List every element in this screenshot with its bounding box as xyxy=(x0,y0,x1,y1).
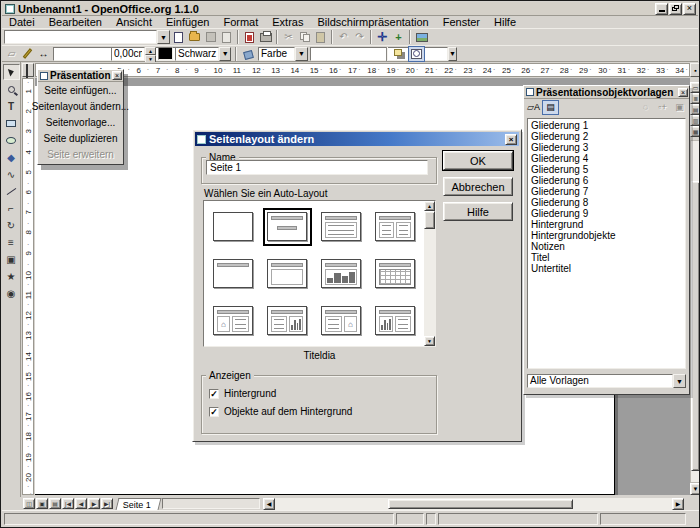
select-mode-button[interactable]: ▣ xyxy=(36,498,48,509)
new-document-icon[interactable] xyxy=(171,30,186,44)
style-item[interactable]: Gliederung 6 xyxy=(528,175,685,186)
edit-points-icon[interactable]: ▱ xyxy=(4,47,19,61)
style-item[interactable]: Hintergrundobjekte xyxy=(528,230,685,241)
line-width-input[interactable] xyxy=(111,47,145,61)
connector-icon[interactable]: ⌐ xyxy=(3,200,20,216)
ruler-origin-button[interactable] xyxy=(22,63,34,77)
layout-title-chart-content[interactable] xyxy=(371,302,420,340)
menu-item-extras[interactable]: Extras xyxy=(265,16,310,28)
insert-icon[interactable]: + xyxy=(391,30,406,44)
copy-icon[interactable] xyxy=(297,30,312,44)
fill-type-combobox[interactable]: Farbe ▼ xyxy=(258,47,308,61)
style-filter-combobox[interactable]: Alle Vorlagen ▼ xyxy=(527,374,686,388)
hscroll-thumb[interactable] xyxy=(388,499,573,509)
background-checkbox[interactable]: ✓ xyxy=(209,389,219,399)
layout-title-two-content[interactable] xyxy=(371,208,420,246)
style-item[interactable]: Gliederung 1 xyxy=(528,120,685,131)
layout-title-subtitle[interactable] xyxy=(263,208,312,246)
background-checkbox-row[interactable]: ✓ Hintergrund xyxy=(209,388,276,399)
cancel-button[interactable]: Abbrechen xyxy=(443,177,513,196)
line-style-combobox[interactable]: ▼ xyxy=(53,47,109,61)
title-bar[interactable]: Unbenannt1 - OpenOffice.org 1.1.0 × xyxy=(2,2,698,16)
hscroll-left-icon[interactable]: ◀ xyxy=(263,498,275,510)
object3d-icon[interactable]: ◆ xyxy=(3,149,20,165)
hscroll-right-icon[interactable]: ▶ xyxy=(672,498,684,510)
layout-blank[interactable] xyxy=(209,208,258,246)
arrange-icon[interactable]: ▣ xyxy=(3,251,20,267)
vertical-scrollbar[interactable]: ▭≣▤▥▦ ▼ xyxy=(690,78,700,495)
menu-item-einfügen[interactable]: Einfügen xyxy=(159,16,216,28)
ellipse-icon[interactable] xyxy=(3,132,20,148)
presentation-command-seite-einfügen[interactable]: Seite einfügen... xyxy=(38,82,123,98)
layout-title-content-image[interactable]: ⌂ xyxy=(317,302,366,340)
line-icon[interactable] xyxy=(3,183,20,199)
navigator-icon[interactable]: ✛ xyxy=(375,30,390,44)
style-item[interactable]: Gliederung 3 xyxy=(528,142,685,153)
dialog-close-icon[interactable]: × xyxy=(505,134,517,145)
url-combobox[interactable]: ▼ xyxy=(4,30,170,44)
background-objects-checkbox[interactable]: ✓ xyxy=(209,407,219,417)
shadow-icon[interactable] xyxy=(392,47,407,61)
vscroll-thumb[interactable] xyxy=(691,181,700,471)
pen-icon[interactable] xyxy=(20,47,35,61)
style-item[interactable]: Gliederung 4 xyxy=(528,153,685,164)
resize-corner[interactable] xyxy=(684,497,700,510)
style-item[interactable]: Gliederung 9 xyxy=(528,208,685,219)
prev-page-button[interactable]: ◀ xyxy=(75,498,87,509)
first-page-button[interactable]: |◀ xyxy=(62,498,74,509)
fill-color-dropdown-icon[interactable]: ▼ xyxy=(448,47,457,61)
drawing-view-button[interactable]: ▭ xyxy=(690,82,700,93)
horizontal-scrollbar[interactable]: ◀ ▶ xyxy=(263,498,684,510)
picker-scrollbar[interactable]: ▲ ▼ xyxy=(424,201,435,346)
export-pdf-icon[interactable] xyxy=(242,30,257,44)
style-item[interactable]: Gliederung 2 xyxy=(528,131,685,142)
style-item[interactable]: Hintergrund xyxy=(528,219,685,230)
presentation-command-seitenvorlage[interactable]: Seitenvorlage... xyxy=(38,114,123,130)
close-button[interactable]: × xyxy=(683,3,696,15)
new-style-icon[interactable]: ▫+ xyxy=(655,101,670,114)
style-item[interactable]: Gliederung 8 xyxy=(528,197,685,208)
fill-color-input[interactable] xyxy=(310,47,448,61)
rotate-icon[interactable]: ↻ xyxy=(3,217,20,233)
layout-title-image-content[interactable]: ⌂ xyxy=(209,302,258,340)
picker-scroll-thumb[interactable] xyxy=(424,211,435,229)
presentation-window-close-icon[interactable]: × xyxy=(112,71,122,80)
rectangle-icon[interactable] xyxy=(3,115,20,131)
style-filter-dropdown-icon[interactable]: ▼ xyxy=(673,374,686,388)
update-style-icon[interactable]: ▣ xyxy=(672,101,687,114)
line-color-dropdown-icon[interactable]: ▼ xyxy=(219,47,231,61)
next-page-button[interactable]: ▶ xyxy=(88,498,100,509)
edit-mode-button[interactable]: ▤ xyxy=(49,498,61,509)
fill-color-combobox[interactable]: ▼ xyxy=(310,47,382,61)
layout-title-box[interactable] xyxy=(263,255,312,293)
layout-title-table[interactable] xyxy=(371,255,420,293)
presentation-command-seitenlayout-ändern[interactable]: Seitenlayout ändern... xyxy=(38,98,123,114)
style-item[interactable]: Titel xyxy=(528,252,685,263)
zoom-icon[interactable] xyxy=(3,81,20,97)
gallery-icon[interactable] xyxy=(414,30,429,44)
notes-view-button[interactable]: ▥ xyxy=(690,115,700,126)
last-page-button[interactable]: ▶| xyxy=(101,498,113,509)
menu-item-bearbeiten[interactable]: Bearbeiten xyxy=(42,16,109,28)
menu-item-ansicht[interactable]: Ansicht xyxy=(109,16,159,28)
line-width-up-icon[interactable]: ▲ xyxy=(145,47,156,55)
handout-view-button[interactable]: ▦ xyxy=(690,126,700,137)
presentation-command-seite-duplizieren[interactable]: Seite duplizieren xyxy=(38,130,123,146)
slide-tab[interactable]: Seite 1 xyxy=(116,498,162,510)
interaction-icon[interactable]: ◉ xyxy=(3,285,20,301)
picker-scroll-down-icon[interactable]: ▼ xyxy=(424,336,435,346)
insert-mode-button[interactable]: ◫ xyxy=(23,498,35,509)
restore-button[interactable] xyxy=(669,3,682,15)
zoom-page-icon[interactable] xyxy=(409,47,424,61)
curve-icon[interactable]: ∿ xyxy=(3,166,20,182)
print-icon[interactable] xyxy=(258,30,273,44)
layout-title-content[interactable] xyxy=(317,208,366,246)
undo-icon[interactable]: ↶ xyxy=(336,30,351,44)
edit-file-icon[interactable] xyxy=(219,30,234,44)
select-icon[interactable] xyxy=(3,64,20,80)
menu-item-fenster[interactable]: Fenster xyxy=(436,16,487,28)
menu-item-format[interactable]: Format xyxy=(216,16,265,28)
layout-title-only[interactable] xyxy=(209,255,258,293)
url-input[interactable] xyxy=(4,30,157,44)
style-item[interactable]: Gliederung 5 xyxy=(528,164,685,175)
